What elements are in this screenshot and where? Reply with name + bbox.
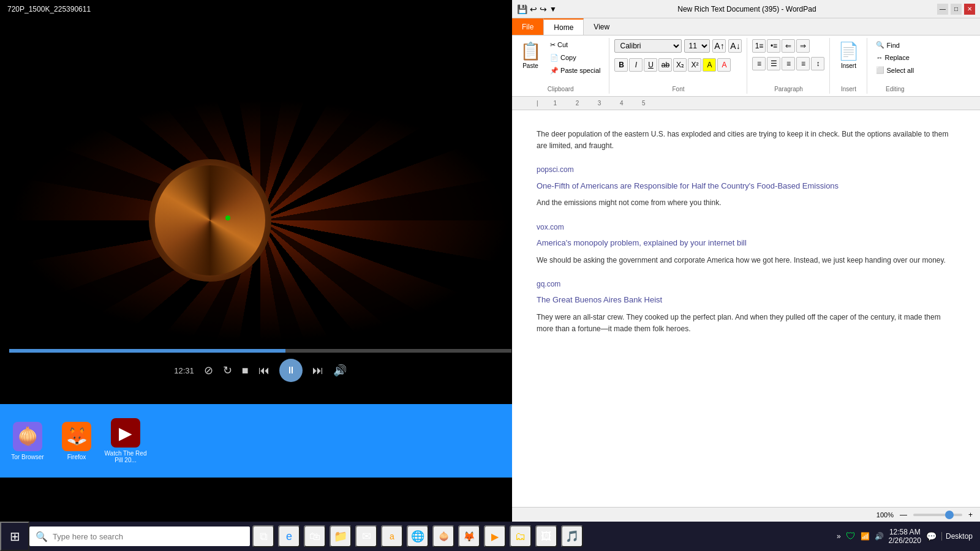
line-spacing-button[interactable]: ↕ (811, 57, 824, 70)
desktop-button[interactable]: Desktop (941, 532, 973, 541)
paste-icon: 📋 (520, 41, 541, 61)
search-icon: 🔍 (36, 531, 48, 542)
loop-button[interactable]: ↻ (223, 364, 232, 377)
ribbon-content: 📋 Paste ✂ Cut 📄 Copy 📌 Paste special Cli… (512, 36, 980, 97)
justify-button[interactable]: ≡ (796, 57, 810, 70)
network-tray-icon[interactable]: 📶 (861, 532, 870, 541)
watchred-icon[interactable]: ▶ Watch The Red Pill 20... (104, 418, 147, 463)
zoom-slider[interactable] (913, 514, 962, 516)
tab-home[interactable]: Home (543, 18, 584, 35)
close-button[interactable]: ✕ (964, 4, 975, 15)
search-bar[interactable]: 🔍 (29, 527, 250, 546)
explorer-taskbar-icon[interactable]: 📁 (330, 525, 352, 547)
stop-button[interactable]: ■ (242, 364, 249, 377)
media-controls: 12:31 ⊘ ↻ ■ ⏮ ⏸ ⏭ 🔊 (9, 355, 511, 386)
headline-4: The Great Buenos Aires Bank Heist (537, 294, 956, 307)
editing-group: 🔍 Find ↔ Replace ⬜ Select all Editing (867, 38, 922, 94)
fast-forward-button[interactable]: ⏭ (312, 364, 323, 377)
clock[interactable]: 12:58 AM 2/26/2020 (889, 528, 921, 545)
system-tray: » 🛡 📶 🔊 12:58 AM 2/26/2020 💬 Desktop (837, 528, 980, 545)
desktop-taskbar: 🧅 Tor Browser 🦊 Firefox ▶ Watch The Red … (0, 404, 512, 478)
highlight-button[interactable]: A (703, 58, 716, 72)
photos-taskbar-icon[interactable]: 🖼 (535, 525, 557, 547)
amazon-taskbar-icon[interactable]: a (381, 525, 403, 547)
task-view-button[interactable]: ⧉ (252, 525, 274, 547)
volume-button[interactable]: 🔊 (333, 364, 347, 377)
clipboard-inner: 📋 Paste ✂ Cut 📄 Copy 📌 Paste special (517, 39, 604, 86)
select-all-button[interactable]: ⬜ Select all (872, 64, 918, 76)
tab-view[interactable]: View (584, 18, 619, 35)
decrease-indent-button[interactable]: ⇐ (782, 39, 795, 53)
insert-icon: 📄 (838, 41, 859, 61)
strikethrough-button[interactable]: ab (658, 58, 672, 72)
search-input[interactable] (53, 532, 244, 541)
wordpad-window: 💾 ↩ ↪ ▼ New Rich Text Document (395) - W… (512, 0, 980, 522)
tor-taskbar-icon[interactable]: 🧅 (432, 525, 454, 547)
notification-button[interactable]: 💬 (926, 531, 937, 541)
volume-tray-icon[interactable]: 🔊 (875, 532, 884, 541)
grow-font-button[interactable]: A↑ (712, 39, 726, 53)
explorer2-taskbar-icon[interactable]: 🗂 (510, 525, 532, 547)
source-4: gq.com (537, 279, 956, 290)
source-2: popsci.com (537, 164, 956, 176)
replace-button[interactable]: ↔ Replace (872, 52, 913, 63)
save-icon[interactable]: 💾 (517, 4, 527, 14)
ruler: | 1 2 3 4 5 (512, 97, 980, 110)
redo-icon[interactable]: ↪ (540, 4, 547, 14)
align-right-button[interactable]: ≡ (782, 57, 795, 70)
increase-indent-button[interactable]: ⇒ (796, 39, 810, 53)
vlc-taskbar-icon[interactable]: ▶ (484, 525, 506, 547)
zoom-in-button[interactable]: + (968, 511, 973, 519)
font-size-select[interactable]: 11 (684, 39, 710, 53)
zoom-thumb (945, 511, 954, 519)
show-hidden-icons[interactable]: » (837, 532, 841, 541)
firefox-icon[interactable]: 🦊 Firefox (55, 422, 98, 460)
paste-button[interactable]: 📋 Paste (517, 39, 544, 82)
undo-icon[interactable]: ↩ (530, 4, 537, 14)
shrink-font-button[interactable]: A↓ (728, 39, 742, 53)
pause-button[interactable]: ⏸ (279, 359, 303, 382)
minimize-button[interactable]: — (937, 4, 948, 15)
insert-button[interactable]: 📄 Insert (835, 39, 862, 82)
groove-taskbar-icon[interactable]: 🎵 (561, 525, 583, 547)
font-family-select[interactable]: Calibri (614, 39, 682, 53)
align-left-button[interactable]: ≡ (752, 57, 766, 70)
rewind-button[interactable]: ⏮ (258, 364, 270, 377)
clock-time: 12:58 AM (889, 528, 921, 536)
font-group: Calibri 11 A↑ A↓ B I U ab X₂ (609, 38, 747, 94)
document-content[interactable]: The deer population of the eastern U.S. … (512, 110, 980, 507)
font-label: Font (672, 86, 684, 92)
maximize-button[interactable]: □ (951, 4, 962, 15)
customize-icon[interactable]: ▼ (549, 5, 557, 13)
mail-taskbar-icon[interactable]: ✉ (355, 525, 377, 547)
copy-button[interactable]: 📄 Copy (546, 52, 604, 64)
subtitle-button[interactable]: ⊘ (204, 364, 213, 377)
headline-3: America's monopoly problem, explained by… (537, 237, 956, 250)
italic-button[interactable]: I (629, 58, 643, 72)
ie-taskbar-icon[interactable]: e (278, 525, 300, 547)
tor-browser-icon[interactable]: 🧅 Tor Browser (6, 422, 49, 460)
cut-button[interactable]: ✂ Cut (546, 39, 604, 51)
tab-file[interactable]: File (512, 18, 543, 35)
zoom-out-button[interactable]: — (900, 511, 907, 519)
start-button[interactable]: ⊞ (0, 522, 29, 551)
headline-2: One-Fifth of Americans are Responsible f… (537, 180, 956, 193)
firefox-icon-image: 🦊 (62, 422, 91, 451)
superscript-button[interactable]: X² (688, 58, 701, 72)
font-color-button[interactable]: A (717, 58, 731, 72)
tripadvisor-taskbar-icon[interactable]: 🌐 (407, 525, 429, 547)
paste-special-button[interactable]: 📌 Paste special (546, 65, 604, 77)
bold-button[interactable]: B (614, 58, 628, 72)
progress-bar-track[interactable] (9, 349, 511, 353)
paragraph-1: The deer population of the eastern U.S. … (537, 129, 956, 152)
bulleted-list-button[interactable]: •≡ (767, 39, 780, 53)
align-center-button[interactable]: ☰ (767, 57, 780, 70)
firefox-taskbar-icon[interactable]: 🦊 (458, 525, 480, 547)
find-button[interactable]: 🔍 Find (872, 39, 903, 51)
underline-button[interactable]: U (644, 58, 657, 72)
numbered-list-button[interactable]: 1≡ (752, 39, 766, 53)
paragraph-label: Paragraph (774, 86, 803, 92)
kaleido-background (9, 98, 511, 343)
store-taskbar-icon[interactable]: 🛍 (304, 525, 326, 547)
subscript-button[interactable]: X₂ (673, 58, 687, 72)
